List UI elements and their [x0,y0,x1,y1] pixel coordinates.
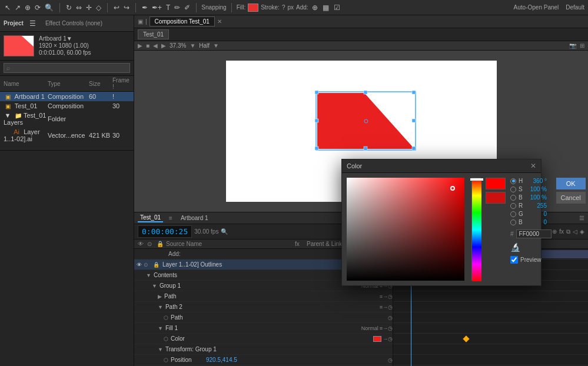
color-btn2[interactable]: → [383,336,388,342]
solo-btn[interactable]: ⊙ [144,262,153,268]
position-value[interactable]: 920.5,414.5 [206,357,388,363]
path2sub-stopwatch[interactable]: ◷ [388,315,393,321]
direct-select-tool[interactable]: ↗ [14,2,22,13]
add-icon[interactable]: ⊕ [311,2,319,13]
tree-item-layers-folder[interactable]: ▼ 📁 Test_01 Layers Folder [0,111,134,127]
time-display[interactable]: 0:00:00:25 [138,225,192,238]
check-icon[interactable]: ☑ [333,2,341,13]
zoom-dropdown-icon[interactable]: ▼ [190,42,195,49]
cancel-button[interactable]: Cancel [556,192,586,204]
redo-tool[interactable]: ↪ [122,2,131,13]
panel-menu-icon[interactable]: ☰ [28,18,37,29]
rotate-tool[interactable]: ↻ [65,2,73,13]
tree-item-artboard1[interactable]: ▣ Artboard 1 Composition 60 ! [0,92,134,101]
hex-input[interactable] [516,229,552,238]
g-label: G [519,211,527,217]
path2sub-label: Path [171,314,388,321]
undo-tool[interactable]: ↩ [112,2,121,13]
expand-fill1[interactable]: ▼ [158,325,163,331]
item-type: Composition [48,93,89,100]
expand-group1[interactable]: ▼ [152,283,157,289]
hue-bar[interactable] [471,178,481,281]
expand-path1[interactable]: ▶ [158,294,162,300]
pen-tool[interactable]: ✒ [141,2,149,13]
path2-btn2[interactable]: → [383,304,388,310]
lasso-tool[interactable]: ⟳ [34,2,42,13]
path1-stopwatch[interactable]: ◷ [388,294,393,300]
search-timeline-icon[interactable]: 🔍 [221,228,228,235]
grid-toggle-icon[interactable]: ⊞ [580,42,584,49]
h-radio[interactable] [510,178,516,184]
layer-row-path2[interactable]: ▼ Path 2 ≡ → ◷ [134,302,393,312]
hue-canvas[interactable] [472,178,481,281]
scale-tool[interactable]: ⇔ [75,2,83,13]
expand-contents[interactable]: ▼ [146,272,151,278]
layer-row-path2-sub[interactable]: ⬡ Path ◷ [134,312,393,323]
eyedropper-button[interactable]: 🔬 [510,242,520,252]
play-btn[interactable]: ▶ [138,42,142,49]
prev-frame-btn[interactable]: ◀ [153,42,158,49]
zoom-display[interactable]: 37.3% [170,42,186,49]
position-stopwatch[interactable]: ◷ [388,357,393,363]
next-frame-btn[interactable]: ▶ [161,42,166,49]
path1-label: Path [164,293,380,300]
b-value[interactable]: 100 % [529,194,547,201]
r-radio[interactable] [510,203,516,209]
camera-icon[interactable]: 📷 [569,42,576,49]
zoom-tool[interactable]: 🔍 [44,2,55,13]
add-anchor-tool[interactable]: ✒+ [151,2,163,13]
layer-row-fill1[interactable]: ▼ Fill 1 Normal ≡ → ◷ [134,323,393,334]
layer-row-path1[interactable]: ▶ Path ≡ → ◷ [134,291,393,302]
layer-row-transform-group1[interactable]: ▼ Transform: Group 1 [134,344,393,355]
fill-swatch[interactable] [248,4,258,12]
select-tool[interactable]: ↖ [4,2,12,13]
b-radio[interactable] [510,195,516,201]
grid-icon[interactable]: ▦ [321,2,330,13]
expand-path2[interactable]: ▼ [158,304,163,310]
layer-row-position[interactable]: ⬡ Position 920.5,414.5 ◷ [134,355,393,365]
dialog-close-button[interactable]: ✕ [530,162,536,170]
shear-tool[interactable]: ◇ [95,2,102,13]
gradient-canvas[interactable] [347,178,464,281]
group-select-tool[interactable]: ⊕ [24,2,32,13]
quality-dropdown-icon[interactable]: ▼ [213,42,219,49]
keyframe-diamond[interactable] [463,335,469,342]
close-comp-icon[interactable]: ✕ [217,18,222,25]
type-tool[interactable]: T [165,2,171,13]
move-tool[interactable]: ✛ [85,2,93,13]
preview-checkbox[interactable] [510,256,518,264]
ok-button[interactable]: OK [556,178,586,189]
s-radio[interactable] [510,187,516,192]
fill1-btn2[interactable]: → [383,325,388,331]
h-value[interactable]: 360 ° [529,178,547,184]
quality-display[interactable]: Half [199,42,210,49]
r-value[interactable]: 255 [529,202,547,209]
auto-open-label[interactable]: Auto-Open Panel [514,4,559,11]
project-search-input[interactable] [4,63,130,73]
timeline-tab-test01[interactable]: Test_01 [138,214,163,222]
b2-value[interactable]: 0 [529,219,547,225]
g-value[interactable]: 0 [529,211,547,217]
expand-transform-g1[interactable]: ▼ [158,347,163,352]
tree-item-layer102[interactable]: Ai Layer 1..1-02].ai Vector...ence 421 K… [0,127,134,144]
g-radio[interactable] [510,211,516,217]
eye-vis[interactable]: 👁 [134,262,144,268]
gradient-square[interactable] [347,178,464,281]
folder-icon-layers: ▼ [4,112,12,118]
brush-tool[interactable]: ✏ [173,2,181,13]
b2-radio[interactable] [510,219,516,225]
tree-item-test01[interactable]: ▣ Test_01 Composition 30 [0,101,134,111]
timeline-tab-artboard1[interactable]: Artboard 1 [178,214,211,222]
stop-btn[interactable]: ■ [146,42,150,49]
path1-btn2[interactable]: → [383,294,388,300]
pencil-tool[interactable]: ✐ [183,2,191,13]
color-layer-swatch[interactable] [373,336,381,342]
path2-stopwatch[interactable]: ◷ [388,304,393,310]
color-stopwatch[interactable]: ◷ [388,336,393,342]
lock-btn[interactable]: 🔒 [153,262,162,268]
fill1-stopwatch[interactable]: ◷ [388,325,393,331]
sub-tab-test01[interactable]: Test_01 [138,29,169,39]
comp-tab-test01[interactable]: Composition Test_01 [150,16,215,26]
s-value[interactable]: 100 % [529,186,547,192]
layer-row-color[interactable]: ⬡ Color → ◷ [134,334,393,344]
